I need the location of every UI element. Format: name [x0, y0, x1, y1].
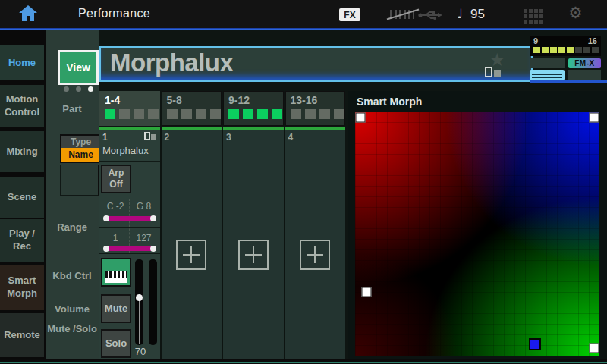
- meter-cell: [533, 47, 540, 53]
- type-toggle-option[interactable]: Type: [61, 136, 100, 148]
- part-group-label: 1-4: [105, 94, 159, 106]
- part-number: 2: [165, 132, 170, 143]
- smart-morph-panel: Smart Morph: [348, 91, 607, 359]
- part-active-indicator: [228, 109, 239, 119]
- solo-button[interactable]: Solo: [101, 329, 131, 358]
- part-active-indicator: [210, 109, 221, 119]
- utility-gear-icon[interactable]: ⚙: [568, 4, 583, 22]
- label-mute-solo: Mute /Solo: [46, 322, 99, 337]
- sidebar-tab-scene[interactable]: Scene: [0, 177, 44, 218]
- panel-rule: [348, 111, 607, 111]
- home-icon[interactable]: [18, 5, 38, 23]
- page-dot: [64, 86, 69, 92]
- tempo-note-icon: ♩: [457, 6, 463, 21]
- part-column-2: 2: [162, 127, 222, 359]
- part-active-indicator: [181, 109, 192, 119]
- note-range-bar[interactable]: [105, 216, 155, 221]
- note-limit-high[interactable]: G 8: [131, 201, 158, 212]
- home-icon-door: [27, 16, 30, 21]
- part-active-indicator: [119, 109, 130, 119]
- note-limit-low[interactable]: C -2: [102, 201, 129, 212]
- morph-marker-white[interactable]: [356, 113, 366, 123]
- part-active-indicator: [148, 109, 159, 119]
- section-divider: [99, 196, 160, 196]
- sidebar-tab-mixing[interactable]: Mixing: [0, 131, 44, 172]
- bank-flag-icon: [144, 132, 156, 140]
- part-group-tab-1-4[interactable]: 1-4: [99, 91, 160, 126]
- piano-keys-icon: [105, 271, 127, 283]
- quick-setup-grid-icon[interactable]: [524, 9, 527, 13]
- part-group-tab-13-16[interactable]: 13-16: [285, 91, 346, 126]
- mini-display-cell: [530, 58, 565, 68]
- sidebar-tab-home[interactable]: Home: [0, 46, 44, 80]
- meter-range-start: 9: [533, 36, 538, 46]
- part-group-tabs: 1-4 5-8 9-12 13-16: [99, 91, 345, 126]
- part-group-slots: [105, 109, 159, 119]
- label-volume: Volume: [46, 302, 99, 317]
- morph-marker-blue[interactable]: [529, 338, 541, 350]
- part-active-indicator: [134, 109, 144, 119]
- screen-title: Performance: [78, 7, 150, 20]
- zones-view-icon: [530, 70, 565, 80]
- flag-outline: [144, 132, 150, 140]
- sidebar-tab-play-rec[interactable]: Play / Rec: [0, 219, 44, 262]
- divider-line: [59, 259, 99, 259]
- fx-indicator[interactable]: FX: [339, 8, 360, 21]
- performance-name-field[interactable]: Morphalux ★: [99, 46, 533, 82]
- arp-on-off-button[interactable]: Arp Off: [101, 165, 131, 193]
- kbd-ctrl-button[interactable]: [101, 258, 131, 287]
- view-button[interactable]: View: [58, 50, 99, 85]
- level-meter: [149, 259, 157, 345]
- mute-button[interactable]: Mute: [101, 294, 131, 323]
- part-active-indicator: [319, 109, 330, 119]
- morph-marker-white[interactable]: [589, 113, 599, 123]
- meter-cell: [592, 47, 599, 53]
- page-dot: [76, 86, 81, 92]
- arp-row-label-cell: [60, 165, 99, 196]
- top-status-bar: Performance FX ♩ 95 ⚙: [0, 0, 607, 28]
- sidebar-tab-motion-control[interactable]: Motion Control: [0, 85, 44, 127]
- sidebar-tab-smart-morph[interactable]: Smart Morph: [0, 265, 44, 310]
- type-name-toggle[interactable]: Type Name: [60, 134, 102, 163]
- smart-morph-map[interactable]: [355, 112, 599, 356]
- meter-cell: [550, 47, 557, 53]
- part-group-tab-5-8[interactable]: 5-8: [162, 91, 222, 126]
- morph-marker-white[interactable]: [589, 343, 599, 353]
- part-active-indicator: [257, 109, 268, 119]
- page-dots: [64, 86, 93, 92]
- meter-cell: [558, 47, 565, 53]
- part-active-indicator: [305, 109, 316, 119]
- meter-cells: [533, 47, 599, 53]
- local-control-off-icon: [388, 8, 416, 20]
- part-name[interactable]: Morphalux: [102, 145, 149, 156]
- morph-marker-white[interactable]: [362, 287, 372, 297]
- part-group-slots: [291, 109, 345, 119]
- meter-cell: [575, 47, 582, 53]
- velocity-limit-high[interactable]: 127: [131, 233, 158, 243]
- add-part-button[interactable]: [238, 240, 269, 270]
- add-part-button[interactable]: [300, 240, 330, 270]
- part-group-tab-9-12[interactable]: 9-12: [223, 91, 284, 126]
- add-part-button[interactable]: [176, 240, 206, 270]
- part-group-label: 13-16: [291, 94, 345, 106]
- volume-slider-thumb[interactable]: [136, 294, 143, 301]
- label-range: Range: [46, 220, 99, 235]
- part-active-indicator: [167, 109, 178, 119]
- name-toggle-option[interactable]: Name: [61, 148, 100, 162]
- part-column-1[interactable]: 1 Morphalux Arp Off C -2 G 8 1 127: [99, 127, 160, 359]
- range-divider: [129, 199, 130, 253]
- part-active-indicator: [196, 109, 206, 119]
- tempo-value[interactable]: 95: [470, 7, 485, 22]
- velocity-limit-low[interactable]: 1: [102, 233, 129, 243]
- performance-name: Morphalux: [110, 49, 233, 77]
- flag-fill: [151, 134, 156, 140]
- fmx-engine-badge: FM-X: [568, 58, 601, 68]
- smart-morph-title: Smart Morph: [357, 96, 422, 108]
- usb-icon: [418, 9, 442, 21]
- sidebar-tab-remote[interactable]: Remote: [0, 313, 44, 357]
- meter-cell: [542, 47, 549, 53]
- part-group-slots: [167, 109, 222, 119]
- velocity-range-bar[interactable]: [105, 246, 155, 251]
- bank-flag-icon: [485, 67, 501, 77]
- label-part: Part: [46, 102, 99, 117]
